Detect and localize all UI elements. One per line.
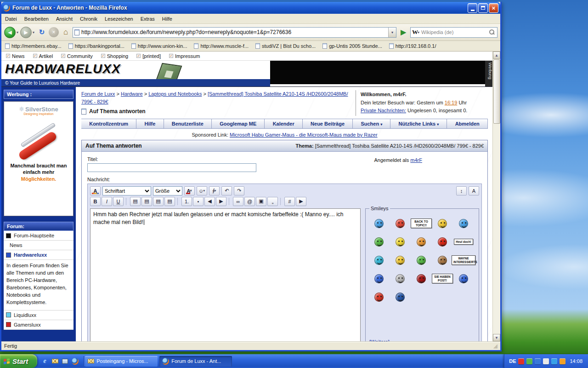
volume-icon[interactable] — [543, 358, 549, 364]
forum-nav-button[interactable]: Neue Beiträge — [303, 119, 353, 129]
smiley-back-to-topic-icon[interactable]: BACK TO TOPIC!! — [411, 214, 432, 233]
align-left-button[interactable]: ▤ — [130, 197, 141, 206]
url-dropdown-button[interactable]: ▾ — [388, 28, 396, 37]
breadcrumb-link[interactable]: Hardware — [121, 91, 143, 97]
resize-grip-icon[interactable]: ◢ — [493, 343, 498, 349]
font-color-button[interactable]: A▾ — [184, 186, 195, 196]
menu-item[interactable]: Ansicht — [56, 16, 73, 22]
reload-button[interactable]: ↻ — [36, 27, 47, 38]
hardwareluxx-logo[interactable]: HARDWARELUXX — [5, 62, 121, 76]
home-button[interactable]: ⌂ — [60, 27, 71, 38]
redo-button[interactable]: ↷ — [234, 186, 244, 196]
smiley-thumbs-icon[interactable] — [368, 233, 390, 251]
smiley-laugh-icon[interactable] — [390, 251, 411, 270]
italic-button[interactable]: I — [102, 197, 112, 206]
last-visit-time-link[interactable]: 16:19 — [445, 100, 458, 105]
bookmark-item[interactable]: http://www.union-kin... — [131, 43, 187, 49]
bookmark-item[interactable]: https://bankingportal... — [68, 43, 124, 49]
menu-item[interactable]: Datei — [5, 16, 17, 22]
go-button[interactable]: ▶ — [398, 27, 409, 38]
start-button[interactable]: Start — [0, 354, 37, 368]
url-input[interactable] — [79, 29, 388, 35]
smiley-yellow-icon[interactable] — [432, 214, 453, 233]
internet-explorer-icon[interactable]: e — [41, 357, 49, 365]
bookmark-item[interactable]: http://www.muscle-f... — [194, 43, 249, 49]
close-button[interactable]: × — [489, 3, 498, 13]
breadcrumb-link[interactable]: Forum de Luxx — [81, 91, 115, 97]
menu-item[interactable]: Hilfe — [162, 16, 172, 22]
smiley-banana-icon[interactable] — [390, 233, 411, 251]
sidebar-item-forum-hauptseite[interactable]: Forum-Hauptseite — [4, 231, 74, 241]
smiley-sie-haben-post-icon[interactable]: SIE HABEN POST! — [432, 270, 453, 288]
titel-input[interactable] — [87, 163, 256, 172]
search-input[interactable] — [420, 29, 489, 35]
show-desktop-icon[interactable]: e — [61, 357, 69, 365]
insert-link-button[interactable]: ∞ — [233, 197, 243, 206]
silverstone-ad[interactable]: ❄SilverStone Designing inspiration Manch… — [4, 101, 74, 216]
smiley-red-icon[interactable] — [368, 288, 390, 306]
site-link[interactable]: ✓ News — [6, 53, 25, 59]
smiley-wayne-icon[interactable]: WAYNE INTERESSIERTS — [453, 251, 474, 270]
forum-nav-button[interactable]: Benutzerliste — [164, 119, 212, 129]
forum-nav-button[interactable]: Googlemap ME — [212, 119, 265, 129]
title-bar[interactable]: Forum de Luxx - Antworten - Mozilla Fire… — [1, 2, 500, 14]
bookmark-item[interactable]: gp-Untis 2005 Stunde... — [322, 43, 382, 49]
sidebar-item-liquidluxx[interactable]: Liquidluxx — [4, 310, 74, 320]
smiley-ball-blue-icon[interactable] — [368, 270, 390, 288]
sidebar-item-hardwareluxx[interactable]: Hardwareluxx — [4, 250, 74, 260]
back-button[interactable]: ◀ — [4, 27, 16, 38]
align-center-button[interactable]: ▤ — [141, 197, 152, 206]
unordered-list-button[interactable]: • — [193, 197, 204, 206]
insert-email-button[interactable]: @ — [244, 197, 255, 206]
bookmark-item[interactable]: http://192.168.0.1/ — [389, 43, 436, 49]
font-select[interactable]: Schriftart — [102, 186, 151, 196]
menu-item[interactable]: Extras — [141, 16, 155, 22]
site-link[interactable]: ✓ Community — [61, 53, 93, 59]
site-link[interactable]: ✓ Shopping — [101, 53, 129, 59]
search-engine-dropdown-icon[interactable]: ▾ — [418, 30, 419, 34]
code-button[interactable]: # — [284, 197, 295, 206]
weitere-link[interactable]: [Weitere] — [369, 339, 390, 341]
align-right-button[interactable]: ▤ — [153, 197, 164, 206]
site-link[interactable]: ✓ [printed] — [136, 53, 161, 59]
bold-button[interactable]: B — [90, 197, 101, 206]
bookmark-item[interactable]: studiVZ | Bist Du scho... — [255, 43, 316, 49]
remove-format-button[interactable]: A — [90, 186, 101, 196]
back-dropdown-icon[interactable]: ▾ — [17, 30, 18, 34]
menu-item[interactable]: Bearbeiten — [24, 16, 49, 22]
smiley-angry-icon[interactable] — [432, 233, 453, 251]
sidebar-item-news[interactable]: News — [4, 241, 74, 250]
forum-nav-button[interactable]: Hilfe — [136, 119, 164, 129]
taskbar-task[interactable]: Posteingang - Micros... — [85, 356, 158, 367]
forward-dropdown-icon[interactable]: ▾ — [33, 30, 34, 34]
language-indicator[interactable]: DE — [509, 358, 516, 364]
smiley-globe-icon[interactable] — [390, 288, 411, 306]
taskbar-task[interactable]: Forum de Luxx - Ant... — [159, 356, 232, 367]
indent-button[interactable]: ▶ — [216, 197, 226, 206]
align-justify-button[interactable]: ▤ — [164, 197, 175, 206]
smiley-heul-doch-icon[interactable]: Heul doch! — [453, 233, 474, 251]
forward-button[interactable]: ▶ — [20, 27, 32, 38]
banner-ad[interactable] — [270, 61, 485, 84]
forum-nav-button[interactable]: Kalender — [265, 119, 302, 129]
editor-mode-button[interactable]: A — [469, 186, 479, 196]
smiley-cowboy-icon[interactable] — [432, 251, 453, 270]
undo-button[interactable]: ↶ — [221, 186, 232, 196]
sponsored-link[interactable]: Microsoft Habu Gamer-Maus - die Microsof… — [230, 132, 378, 138]
breadcrumb-link[interactable]: Laptops und Notebooks — [148, 91, 202, 97]
smiley-santa-icon[interactable] — [390, 214, 411, 233]
minimize-button[interactable] — [468, 3, 477, 13]
update-icon[interactable] — [526, 358, 532, 364]
smilies-dropdown-button[interactable]: ☺▾ — [197, 186, 207, 196]
stop-button[interactable]: × — [49, 27, 59, 37]
insert-video-button[interactable]: ▶ — [296, 197, 306, 206]
message-textarea[interactable]: Hmm hab den Rechner jetzt mal laufen gel… — [90, 208, 361, 341]
outdent-button[interactable]: ◀ — [204, 197, 215, 206]
outlook-icon[interactable]: e — [51, 357, 59, 365]
forum-nav-button[interactable]: Nützliche Links▾ — [390, 119, 447, 129]
smiley-devil-icon[interactable] — [411, 270, 432, 288]
forum-nav-button[interactable]: Kontrollzentrum — [81, 119, 136, 129]
smiley-blue-icon[interactable] — [368, 214, 390, 233]
firewall-icon[interactable] — [560, 358, 565, 364]
menu-item[interactable]: Lesezeichen — [105, 16, 133, 22]
